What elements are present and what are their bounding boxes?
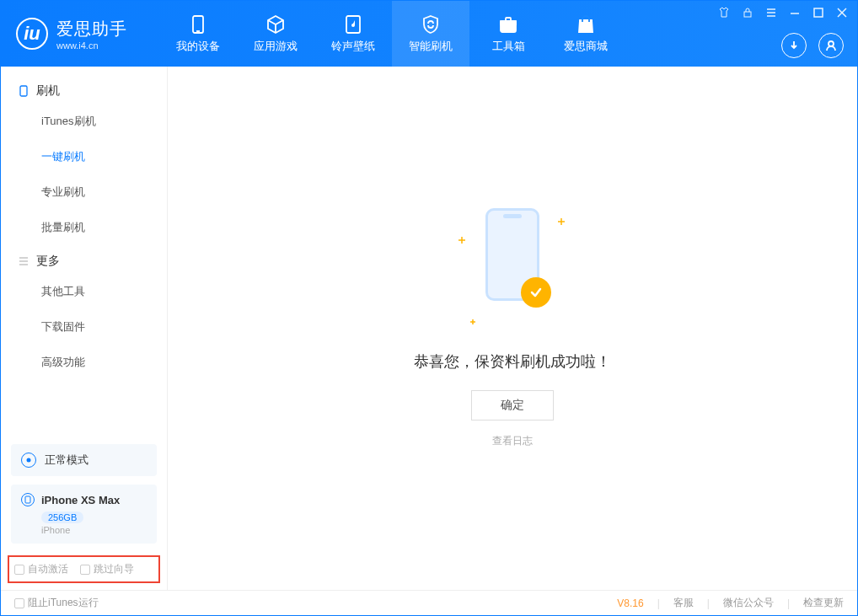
sidebar-group-more: 更多: [1, 245, 167, 274]
check-badge-icon: [521, 277, 551, 308]
sidebar-bottom: 正常模式 iPhone XS Max 256GB iPhone: [1, 436, 167, 552]
main-panel: 恭喜您，保资料刷机成功啦！ 确定 查看日志: [168, 67, 857, 590]
music-file-icon: [342, 13, 364, 35]
nav-label: 工具箱: [492, 39, 525, 54]
nav-label: 爱思商城: [564, 39, 608, 54]
maximize-icon[interactable]: [812, 6, 825, 19]
sidebar-item-download-fw[interactable]: 下载固件: [1, 309, 167, 345]
nav-label: 铃声壁纸: [331, 39, 375, 54]
checkbox-icon: [80, 565, 90, 575]
status-bar: 阻止iTunes运行 V8.16 | 客服 | 微信公众号 | 检查更新: [1, 590, 857, 615]
brand-logo: iu 爱思助手 www.i4.cn: [1, 18, 142, 51]
block-itunes-checkbox[interactable]: 阻止iTunes运行: [14, 596, 99, 610]
footer-right: V8.16 | 客服 | 微信公众号 | 检查更新: [617, 596, 844, 610]
brand-name: 爱思助手: [56, 18, 127, 40]
group-title: 更多: [36, 254, 60, 269]
version-label: V8.16: [617, 597, 643, 609]
sidebar-item-pro-flash[interactable]: 专业刷机: [1, 174, 167, 210]
lock-icon[interactable]: [741, 6, 754, 19]
download-icon[interactable]: [781, 33, 807, 58]
nav-label: 智能刷机: [409, 39, 453, 54]
nav-toolbox[interactable]: 工具箱: [469, 1, 547, 67]
checkbox-label: 自动激活: [28, 562, 68, 576]
support-link[interactable]: 客服: [673, 596, 694, 610]
device-outline-icon: [18, 85, 29, 97]
sidebar: 刷机 iTunes刷机 一键刷机 专业刷机 批量刷机 更多 其他工具 下载固件 …: [1, 67, 168, 590]
view-log-link[interactable]: 查看日志: [492, 434, 533, 448]
header-actions: [781, 33, 844, 58]
nav-apps[interactable]: 应用游戏: [237, 1, 314, 67]
nav-label: 我的设备: [176, 39, 220, 54]
phone-icon: [187, 13, 209, 35]
svg-point-19: [27, 458, 31, 463]
group-title: 刷机: [36, 83, 60, 99]
list-icon: [18, 255, 29, 267]
brand-text: 爱思助手 www.i4.cn: [56, 18, 127, 51]
update-link[interactable]: 检查更新: [803, 596, 844, 610]
sidebar-item-other-tools[interactable]: 其他工具: [1, 274, 167, 309]
skip-guide-checkbox[interactable]: 跳过向导: [80, 562, 134, 576]
device-name-row: iPhone XS Max: [21, 493, 147, 506]
brand-url: www.i4.cn: [56, 40, 127, 51]
options-highlight: 自动激活 跳过向导: [8, 555, 160, 583]
svg-rect-4: [501, 21, 516, 32]
success-message: 恭喜您，保资料刷机成功啦！: [414, 351, 611, 372]
close-icon[interactable]: [835, 6, 849, 19]
checkbox-icon: [14, 598, 24, 608]
minimize-icon[interactable]: [788, 6, 802, 19]
svg-rect-11: [814, 8, 823, 17]
nav-my-device[interactable]: 我的设备: [159, 1, 237, 67]
menu-icon[interactable]: [764, 6, 778, 19]
ok-button[interactable]: 确定: [471, 390, 554, 420]
device-type: iPhone: [41, 525, 147, 535]
sidebar-group-flash: 刷机: [1, 75, 167, 104]
nav-flash[interactable]: 智能刷机: [392, 1, 469, 67]
body: 刷机 iTunes刷机 一键刷机 专业刷机 批量刷机 更多 其他工具 下载固件 …: [1, 67, 857, 590]
title-bar: iu 爱思助手 www.i4.cn 我的设备 应用游戏 铃声壁纸 智能刷机 工具…: [1, 1, 857, 67]
bag-icon: [575, 13, 597, 35]
user-icon[interactable]: [818, 33, 844, 58]
sidebar-item-onekey-flash[interactable]: 一键刷机: [1, 139, 167, 174]
shield-sync-icon: [420, 13, 442, 35]
sidebar-item-batch-flash[interactable]: 批量刷机: [1, 210, 167, 245]
checkbox-icon: [14, 565, 24, 575]
separator: |: [787, 597, 790, 609]
logo-icon: iu: [16, 18, 48, 50]
device-card[interactable]: iPhone XS Max 256GB iPhone: [11, 485, 157, 544]
mode-label: 正常模式: [45, 453, 88, 468]
sparkle-icon: [558, 213, 565, 220]
separator: |: [707, 597, 710, 609]
nav-ringtones[interactable]: 铃声壁纸: [314, 1, 392, 67]
checkbox-label: 跳过向导: [94, 562, 134, 576]
nav-label: 应用游戏: [254, 39, 298, 54]
svg-rect-20: [25, 496, 30, 503]
auto-activate-checkbox[interactable]: 自动激活: [14, 562, 68, 576]
sparkle-icon: [470, 313, 477, 319]
checkbox-label: 阻止iTunes运行: [28, 596, 99, 610]
wechat-link[interactable]: 微信公众号: [723, 596, 774, 610]
sidebar-item-advanced[interactable]: 高级功能: [1, 345, 167, 380]
nav-store[interactable]: 爱思商城: [547, 1, 625, 67]
device-mode-card[interactable]: 正常模式: [11, 444, 157, 476]
separator: |: [657, 597, 660, 609]
toolbox-icon: [497, 13, 519, 35]
svg-point-14: [829, 41, 834, 46]
window-controls: [717, 6, 849, 19]
device-name: iPhone XS Max: [41, 494, 120, 506]
sparkle-icon: [458, 232, 465, 238]
tshirt-icon[interactable]: [717, 6, 731, 19]
success-illustration: [474, 208, 551, 326]
svg-rect-6: [744, 12, 751, 17]
svg-rect-0: [193, 16, 203, 33]
main-nav: 我的设备 应用游戏 铃声壁纸 智能刷机 工具箱 爱思商城: [159, 1, 625, 67]
mode-icon: [21, 453, 36, 468]
svg-rect-15: [20, 86, 27, 96]
sidebar-item-itunes-flash[interactable]: iTunes刷机: [1, 104, 167, 139]
cube-icon: [265, 13, 287, 35]
device-capacity: 256GB: [41, 512, 83, 523]
device-icon: [21, 493, 35, 506]
